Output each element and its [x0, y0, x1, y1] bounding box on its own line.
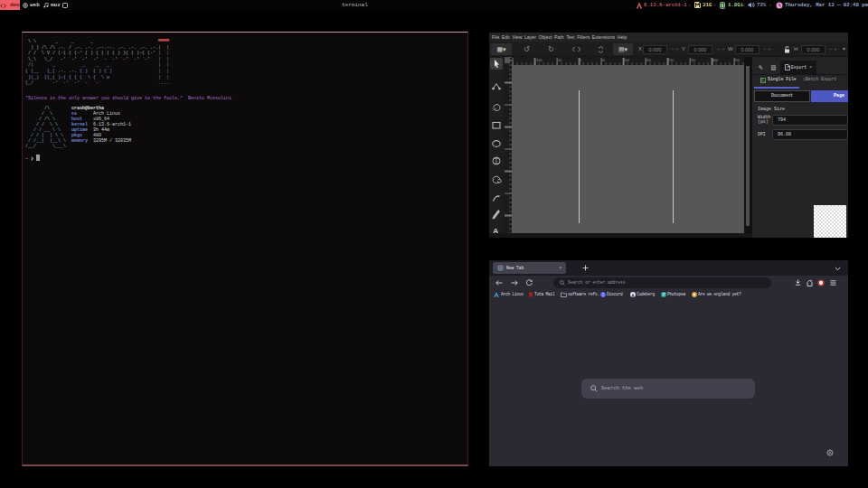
svg-text:P: P — [662, 293, 665, 297]
